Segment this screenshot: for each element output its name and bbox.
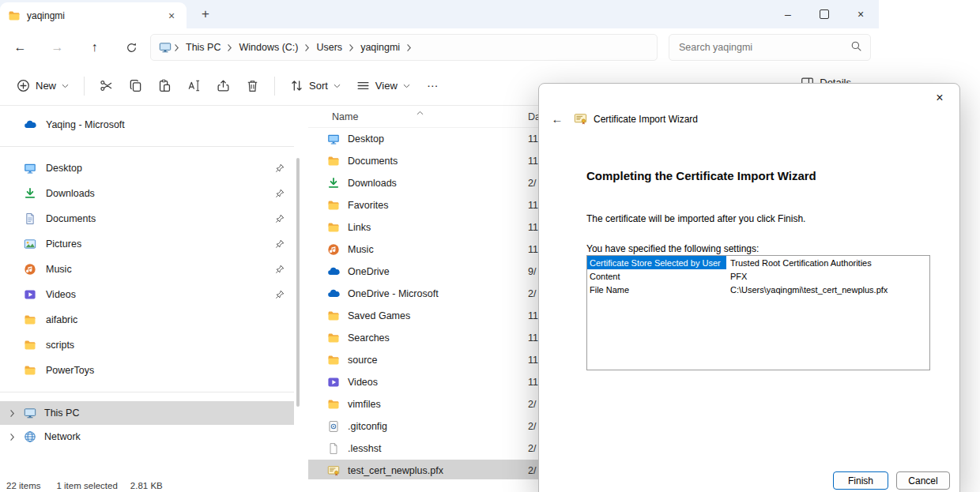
gearfile-icon — [327, 420, 340, 433]
sidebar-scrollbar[interactable] — [296, 158, 300, 407]
onedrive-icon — [327, 265, 340, 278]
file-name: OneDrive - Microsoft — [348, 288, 439, 299]
sidebar-item-videos[interactable]: Videos — [0, 282, 294, 307]
paste-button[interactable] — [151, 74, 179, 97]
settings-row[interactable]: ContentPFX — [587, 269, 929, 283]
folder-icon — [327, 310, 340, 322]
new-button[interactable]: New — [9, 74, 76, 97]
setting-value: C:\Users\yaqingmi\test_cert_newplus.pfx — [726, 285, 888, 295]
sidebar-item-music[interactable]: Music — [0, 257, 294, 282]
maximize-button[interactable] — [806, 0, 842, 28]
refresh-button[interactable] — [113, 40, 150, 54]
tab-close-icon[interactable]: × — [164, 9, 179, 22]
dialog-close-button[interactable]: × — [926, 88, 953, 108]
sidebar-item-network[interactable]: Network — [0, 425, 294, 449]
status-item-count: 22 items — [6, 481, 40, 490]
share-button[interactable] — [209, 74, 237, 97]
ellipsis-icon: … — [427, 76, 439, 89]
search-icon[interactable] — [850, 40, 862, 55]
sort-icon — [290, 79, 303, 92]
navigation-buttons: ← → ↑ — [2, 28, 150, 66]
certificate-icon — [327, 464, 340, 477]
view-button[interactable]: View — [349, 74, 417, 97]
sidebar-item-label: scripts — [46, 340, 74, 351]
settings-row[interactable]: File NameC:\Users\yaqingmi\test_cert_new… — [587, 283, 929, 296]
minimize-button[interactable]: – — [770, 0, 806, 28]
share-icon — [217, 79, 230, 92]
breadcrumb-segment-windows-c[interactable]: Windows (C:) — [233, 42, 303, 53]
this-pc-icon — [159, 41, 172, 54]
file-name: .gitconfig — [348, 421, 387, 432]
file-name: OneDrive — [348, 266, 390, 277]
back-button[interactable]: ← — [2, 40, 39, 54]
toolbar-divider — [84, 77, 85, 96]
folder-icon — [24, 314, 36, 326]
cancel-button[interactable]: Cancel — [896, 471, 950, 490]
more-options-button[interactable]: … — [419, 74, 447, 97]
chevron-right-icon[interactable] — [9, 433, 16, 441]
wizard-settings-table[interactable]: Certificate Store Selected by UserTruste… — [586, 255, 930, 370]
cut-button[interactable] — [92, 74, 120, 97]
music-icon — [327, 243, 340, 256]
sort-button[interactable]: Sort — [283, 74, 348, 97]
file-name: Music — [348, 244, 374, 255]
cut-icon — [100, 79, 113, 92]
trash-icon — [246, 79, 259, 92]
sidebar-item-scripts[interactable]: scripts — [0, 332, 294, 358]
breadcrumb-segment-yaqingmi[interactable]: yaqingmi — [355, 42, 405, 53]
breadcrumb-segment-this-pc[interactable]: This PC — [180, 42, 226, 53]
setting-value: PFX — [726, 272, 747, 281]
videos-icon — [327, 376, 340, 389]
certificate-import-wizard-dialog: × ← Certificate Import Wizard Completing… — [538, 83, 960, 492]
file-name: Saved Games — [348, 310, 410, 321]
setting-key: Certificate Store Selected by User — [587, 256, 726, 269]
sidebar-item-onedrive[interactable]: Yaqing - Microsoft — [0, 112, 294, 137]
file-name: vimfiles — [348, 399, 381, 410]
search-input[interactable] — [677, 41, 844, 54]
folder-icon — [327, 221, 340, 234]
paste-icon — [158, 79, 172, 92]
folder-icon — [24, 364, 36, 377]
file-date-modified: 11 — [528, 133, 538, 145]
file-name: test_cert_newplus.pfx — [348, 465, 443, 476]
rename-button[interactable] — [180, 74, 208, 97]
maximize-icon — [820, 9, 829, 19]
status-selection: 1 item selected — [56, 481, 117, 490]
dialog-title: Certificate Import Wizard — [594, 114, 698, 125]
toolbar-divider — [274, 77, 275, 96]
pin-icon — [275, 189, 285, 198]
new-tab-button[interactable]: + — [196, 5, 215, 24]
explorer-tab[interactable]: yaqingmi × — [0, 2, 187, 28]
finish-button[interactable]: Finish — [833, 471, 888, 490]
settings-row[interactable]: Certificate Store Selected by UserTruste… — [587, 256, 929, 269]
file-name: Searches — [348, 332, 390, 344]
file-date-modified: 11 — [528, 355, 538, 366]
sidebar-item-desktop[interactable]: Desktop — [0, 156, 294, 181]
search-box[interactable] — [669, 34, 871, 61]
sidebar-item-pictures[interactable]: Pictures — [0, 231, 294, 257]
file-date-modified: 11 — [528, 244, 538, 255]
file-date-modified: 2/ — [528, 288, 536, 299]
up-button[interactable]: ↑ — [76, 40, 113, 54]
breadcrumb-segment-users[interactable]: Users — [311, 42, 348, 53]
column-header-name[interactable]: Name — [308, 111, 358, 122]
copy-button[interactable] — [122, 74, 149, 97]
address-bar[interactable]: This PCWindows (C:)Usersyaqingmi — [150, 34, 658, 61]
sidebar-item-this-pc[interactable]: This PC — [0, 401, 294, 425]
chevron-right-icon[interactable] — [9, 409, 16, 418]
view-icon — [356, 79, 370, 92]
plus-icon — [17, 79, 30, 92]
sidebar-item-documents[interactable]: Documents — [0, 206, 294, 231]
close-button[interactable]: × — [842, 0, 879, 28]
navigation-bar: ← → ↑ This PCWindows (C:)Usersyaqingmi — [0, 28, 879, 66]
forward-button[interactable]: → — [39, 40, 76, 54]
chevron-right-icon — [348, 43, 355, 52]
pin-icon — [275, 163, 285, 173]
sidebar-item-powertoys[interactable]: PowerToys — [0, 358, 294, 383]
delete-button[interactable] — [239, 74, 266, 97]
sidebar-item-downloads[interactable]: Downloads — [0, 181, 294, 206]
sidebar-item-label: Music — [46, 264, 72, 275]
sidebar-item-aifabric[interactable]: aifabric — [0, 307, 294, 332]
dialog-back-button[interactable]: ← — [547, 112, 567, 126]
setting-key: Content — [587, 269, 726, 283]
